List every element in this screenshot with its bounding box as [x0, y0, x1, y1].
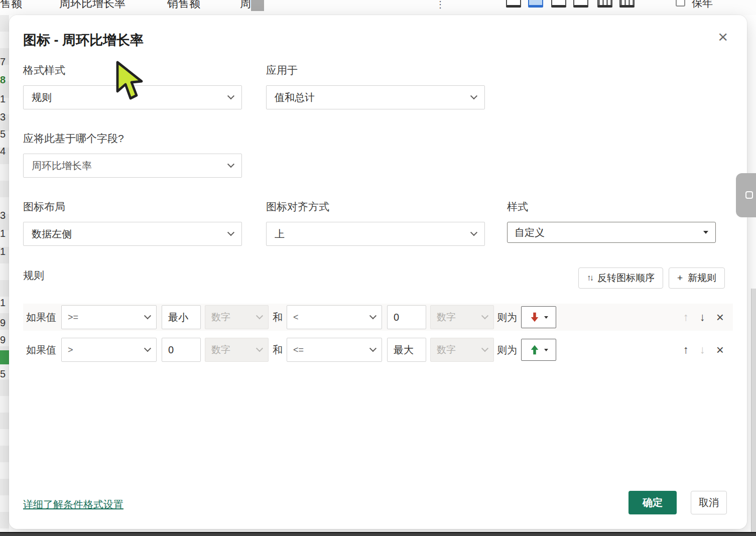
rule-row: 如果值 > 数字 和 <= 数字 则为 ↑ ↓ × — [23, 336, 733, 363]
bg-cell-value: 1 — [0, 228, 9, 239]
operator1-dropdown[interactable]: >= — [61, 305, 157, 329]
icon-picker-red-down[interactable] — [521, 306, 556, 328]
window-bottom-edge — [0, 532, 756, 536]
bg-cell-value: 1 — [0, 297, 9, 309]
bg-cell-value: 4 — [0, 146, 9, 157]
icon-alignment-value: 上 — [275, 227, 471, 241]
bg-column-header: 周环比增长率 — [59, 0, 125, 11]
toolbar-chart-icon[interactable] — [506, 0, 521, 8]
kebab-menu-icon[interactable]: ⋮ — [436, 0, 445, 10]
bg-cell-value: 9 — [0, 334, 9, 346]
operator2-dropdown[interactable]: < — [287, 305, 382, 329]
value2-input[interactable] — [387, 305, 426, 329]
scrollbar-thumb[interactable] — [251, 0, 264, 11]
move-down-icon: ↓ — [700, 344, 705, 355]
bg-cell-value: 9 — [0, 317, 9, 329]
operator1-dropdown[interactable]: > — [61, 338, 157, 362]
value-type1-dropdown: 数字 — [205, 305, 269, 329]
ok-button[interactable]: 确定 — [628, 491, 677, 514]
operator1-value: >= — [68, 312, 145, 323]
toolbar-chart-icon[interactable] — [573, 0, 588, 8]
value-type2-dropdown: 数字 — [430, 338, 494, 362]
icon-layout-dropdown[interactable]: 数据左侧 — [23, 222, 242, 246]
bg-column-header: 销售额 — [167, 0, 200, 11]
bg-cell-value: 5 — [0, 368, 9, 380]
green-up-arrow-icon — [529, 344, 540, 356]
then-label: 则为 — [497, 343, 517, 357]
delete-rule-icon[interactable]: × — [716, 311, 724, 324]
chevron-down-icon — [144, 345, 151, 352]
value-type1-dropdown: 数字 — [205, 338, 269, 362]
new-rule-button[interactable]: + 新规则 — [669, 267, 725, 289]
icon-layout-value: 数据左侧 — [32, 227, 228, 241]
toolbar-matrix-icon[interactable] — [619, 0, 635, 8]
bg-cell-value: 8 — [0, 74, 9, 86]
bg-checkbox[interactable] — [676, 0, 685, 7]
icon-picker-green-up[interactable] — [521, 339, 556, 361]
rules-section-label: 规则 — [23, 269, 44, 283]
chevron-down-icon — [369, 312, 376, 319]
value-type2-dropdown: 数字 — [430, 305, 494, 329]
operator2-dropdown[interactable]: <= — [287, 338, 382, 362]
based-on-dropdown[interactable]: 周环比增长率 — [23, 154, 242, 178]
chevron-down-icon — [144, 312, 151, 319]
reverse-order-icon: ↑↓ — [587, 273, 592, 283]
delete-rule-icon[interactable]: × — [716, 343, 724, 356]
move-up-icon[interactable]: ↑ — [683, 344, 689, 355]
apply-to-dropdown[interactable]: 值和总计 — [266, 85, 485, 109]
red-down-arrow-icon — [529, 311, 540, 323]
conditional-formatting-dialog: 图标 - 周环比增长率 × 格式样式 规则 应用于 值和总计 应将此基于哪个字段… — [9, 15, 747, 529]
value2-input[interactable] — [387, 338, 426, 362]
apply-to-label: 应用于 — [266, 63, 485, 77]
chevron-down-icon — [227, 229, 234, 236]
operator2-value: < — [293, 312, 370, 323]
if-value-label: 如果值 — [26, 343, 56, 357]
icon-layout-label: 图标布局 — [23, 200, 242, 214]
side-panel-handle[interactable] — [736, 173, 756, 217]
reverse-order-label: 反转图标顺序 — [597, 272, 655, 285]
based-on-label: 应将此基于哪个字段? — [23, 131, 242, 146]
style-label: 样式 — [507, 200, 716, 214]
rule-row: 如果值 >= 数字 和 < 数字 则为 ↑ ↓ × — [23, 304, 733, 331]
toolbar-chart-icon[interactable] — [551, 0, 566, 8]
close-icon[interactable]: × — [718, 28, 728, 45]
format-style-dropdown[interactable]: 规则 — [23, 85, 242, 109]
value-type1-value: 数字 — [211, 343, 257, 356]
bg-column-header: 周 — [240, 0, 251, 11]
icon-alignment-dropdown[interactable]: 上 — [266, 222, 485, 246]
and-label: 和 — [273, 343, 283, 357]
toolbar-table-icon-selected[interactable] — [528, 0, 543, 8]
bg-cell-value: 3 — [0, 210, 9, 221]
dialog-title: 图标 - 周环比增长率 — [23, 31, 144, 49]
background-data-column: 7 8 1 3 5 4 3 1 1 1 9 9 5 — [0, 15, 9, 532]
chevron-down-icon — [470, 92, 477, 99]
dropdown-caret-icon — [544, 316, 548, 319]
move-down-icon[interactable]: ↓ — [700, 312, 705, 323]
bg-checkbox-label: 保年 — [692, 0, 713, 10]
apply-to-value: 值和总计 — [275, 91, 471, 104]
dropdown-caret-icon — [703, 231, 708, 234]
operator1-value: > — [68, 345, 145, 355]
learn-more-link[interactable]: 详细了解条件格式设置 — [23, 498, 123, 511]
value-type1-value: 数字 — [211, 311, 257, 324]
reverse-icon-order-button[interactable]: ↑↓ 反转图标顺序 — [578, 267, 663, 289]
bg-cell-value: 3 — [0, 111, 9, 123]
chevron-down-icon — [227, 161, 234, 168]
dropdown-caret-icon — [544, 349, 548, 351]
toolbar-matrix-icon[interactable] — [597, 0, 612, 8]
right-edge-scrollbar[interactable] — [751, 289, 756, 532]
and-label: 和 — [273, 311, 283, 324]
if-value-label: 如果值 — [26, 311, 56, 324]
cancel-button[interactable]: 取消 — [691, 491, 727, 514]
format-style-label: 格式样式 — [23, 63, 242, 77]
style-value: 自定义 — [515, 226, 703, 239]
chevron-down-icon — [481, 312, 488, 319]
bg-cell-value: 1 — [0, 93, 9, 105]
bg-cell-value: 7 — [0, 56, 9, 68]
chevron-down-icon — [227, 92, 234, 99]
style-select[interactable]: 自定义 — [507, 222, 716, 243]
value1-input[interactable] — [162, 338, 201, 362]
background-toolbar: 售额 周环比增长率 销售额 周 ⋮ 保年 — [0, 0, 756, 15]
value1-input[interactable] — [162, 305, 201, 329]
plus-icon: + — [677, 273, 683, 284]
